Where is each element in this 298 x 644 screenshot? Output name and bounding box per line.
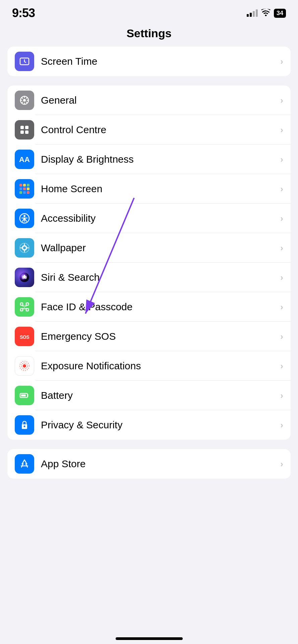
wifi-icon	[261, 9, 271, 17]
section-screen-time: Screen Time ›	[7, 47, 291, 76]
home-screen-icon	[15, 179, 34, 199]
svg-text:AA: AA	[19, 155, 30, 164]
section-appstore: App Store ›	[7, 449, 291, 479]
accessibility-icon	[15, 209, 34, 228]
screen-time-label: Screen Time	[41, 56, 277, 67]
exposure-label: Exposure Notifications	[41, 360, 277, 372]
battery-level: 34	[277, 10, 283, 17]
battery-icon	[15, 386, 34, 405]
row-general[interactable]: General ›	[7, 86, 291, 115]
svg-point-38	[22, 305, 24, 307]
chevron-icon: ›	[280, 154, 283, 165]
signal-icon	[247, 9, 258, 17]
appstore-label: App Store	[41, 458, 277, 470]
display-label: Display & Brightness	[41, 154, 277, 165]
row-siri[interactable]: Siri & Search ›	[7, 263, 291, 292]
svg-rect-12	[25, 126, 28, 129]
sos-icon: SOS	[15, 327, 34, 346]
row-wallpaper[interactable]: Wallpaper ›	[7, 233, 291, 263]
row-faceid[interactable]: Face ID & Passcode ›	[7, 292, 291, 322]
status-time: 9:53	[12, 6, 35, 20]
svg-rect-35	[26, 303, 28, 305]
wallpaper-label: Wallpaper	[41, 242, 277, 254]
svg-point-42	[23, 364, 26, 368]
svg-line-7	[22, 98, 23, 99]
svg-point-26	[23, 215, 25, 217]
row-display-brightness[interactable]: AA Display & Brightness ›	[7, 145, 291, 174]
row-appstore[interactable]: App Store ›	[7, 449, 291, 479]
svg-rect-14	[25, 130, 28, 134]
svg-rect-11	[20, 126, 24, 129]
battery-indicator: 34	[274, 9, 286, 18]
svg-rect-20	[23, 187, 26, 190]
svg-rect-23	[23, 191, 26, 194]
chevron-icon: ›	[280, 125, 283, 135]
svg-rect-13	[20, 130, 24, 134]
svg-rect-34	[20, 303, 23, 305]
row-home-screen[interactable]: Home Screen ›	[7, 174, 291, 204]
general-label: General	[41, 95, 277, 106]
chevron-icon: ›	[280, 361, 283, 371]
svg-rect-22	[19, 191, 22, 194]
exposure-icon	[15, 356, 34, 376]
home-screen-label: Home Screen	[41, 183, 277, 195]
row-accessibility[interactable]: Accessibility ›	[7, 204, 291, 233]
accessibility-label: Accessibility	[41, 213, 277, 224]
svg-rect-16	[19, 184, 22, 186]
svg-line-10	[22, 102, 23, 103]
svg-point-33	[23, 275, 25, 279]
row-exposure[interactable]: Exposure Notifications ›	[7, 351, 291, 381]
svg-rect-46	[21, 394, 26, 396]
row-screen-time[interactable]: Screen Time ›	[7, 47, 291, 76]
svg-rect-36	[20, 309, 23, 311]
section-main: General › Control Centre › AA Display & …	[7, 86, 291, 440]
svg-line-8	[26, 102, 27, 103]
battery-label: Battery	[41, 390, 277, 401]
display-icon: AA	[15, 150, 34, 169]
svg-rect-17	[23, 184, 26, 186]
chevron-icon: ›	[280, 302, 283, 312]
faceid-label: Face ID & Passcode	[41, 301, 277, 313]
row-battery[interactable]: Battery ›	[7, 381, 291, 410]
chevron-icon: ›	[280, 243, 283, 253]
wallpaper-icon	[15, 238, 34, 258]
chevron-icon: ›	[280, 272, 283, 283]
chevron-icon: ›	[280, 95, 283, 106]
control-centre-icon	[15, 120, 34, 140]
status-icons: 34	[247, 9, 286, 18]
page-title: Settings	[0, 23, 298, 47]
svg-point-47	[24, 426, 25, 427]
privacy-label: Privacy & Security	[41, 419, 277, 431]
general-icon	[15, 91, 34, 110]
svg-rect-19	[19, 187, 22, 190]
sos-label: Emergency SOS	[41, 331, 277, 342]
svg-rect-24	[27, 191, 29, 194]
row-control-centre[interactable]: Control Centre ›	[7, 115, 291, 145]
svg-rect-37	[26, 309, 28, 311]
svg-point-2	[23, 99, 26, 102]
svg-point-39	[25, 305, 26, 307]
faceid-icon	[15, 297, 34, 317]
svg-rect-18	[27, 184, 29, 186]
row-emergency-sos[interactable]: SOS Emergency SOS ›	[7, 322, 291, 351]
chevron-icon: ›	[280, 459, 283, 469]
chevron-icon: ›	[280, 390, 283, 401]
chevron-icon: ›	[280, 331, 283, 342]
home-indicator	[116, 637, 183, 640]
svg-line-9	[26, 98, 27, 99]
svg-rect-21	[27, 187, 29, 190]
siri-label: Siri & Search	[41, 272, 277, 283]
chevron-icon: ›	[280, 56, 283, 67]
screen-time-icon	[15, 52, 34, 71]
privacy-icon	[15, 415, 34, 435]
siri-icon	[15, 268, 34, 287]
svg-point-28	[23, 247, 26, 249]
chevron-icon: ›	[280, 420, 283, 430]
chevron-icon: ›	[280, 213, 283, 224]
row-privacy[interactable]: Privacy & Security ›	[7, 410, 291, 440]
status-bar: 9:53 34	[0, 0, 298, 23]
svg-text:SOS: SOS	[20, 334, 29, 340]
control-centre-label: Control Centre	[41, 124, 277, 136]
chevron-icon: ›	[280, 184, 283, 194]
appstore-icon	[15, 454, 34, 474]
